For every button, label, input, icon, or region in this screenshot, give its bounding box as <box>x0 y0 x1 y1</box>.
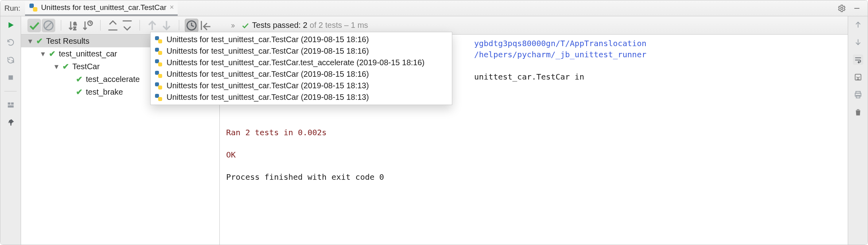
check-icon: ✔ <box>36 36 43 46</box>
python-icon <box>155 93 163 101</box>
history-label: Unittests for test_unittest_car.TestCar … <box>167 93 369 102</box>
right-gutter <box>848 16 868 245</box>
svg-rect-3 <box>8 76 13 80</box>
minimize-icon[interactable] <box>852 3 862 14</box>
pin-icon[interactable] <box>5 117 16 128</box>
check-icon: ✔ <box>76 87 83 97</box>
python-icon <box>29 3 38 12</box>
chevron-down-icon[interactable]: ▾ <box>27 36 33 46</box>
status-prefix: Tests passed: <box>252 21 300 29</box>
layout-icon[interactable] <box>5 99 16 111</box>
left-gutter <box>0 16 21 245</box>
status-time: 1 ms <box>351 21 368 29</box>
history-label: Unittests for test_unittest_car.TestCar … <box>167 47 369 56</box>
svg-line-8 <box>46 22 51 28</box>
status-of: of 2 tests <box>310 21 342 29</box>
expand-all-icon[interactable] <box>106 19 120 32</box>
toggle-auto-test-icon[interactable] <box>5 54 16 66</box>
svg-point-13 <box>88 21 92 25</box>
stop-icon[interactable] <box>5 72 16 83</box>
python-icon <box>155 70 163 78</box>
tree-label: test_brake <box>86 88 123 97</box>
history-label: Unittests for test_unittest_car.TestCar … <box>167 70 369 79</box>
console-line: OK <box>226 150 236 159</box>
import-results-icon[interactable] <box>199 19 213 32</box>
previous-failed-icon[interactable] <box>145 19 159 32</box>
history-item[interactable]: Unittests for test_unittest_car.TestCar … <box>151 91 452 103</box>
chevron-down-icon[interactable]: ▾ <box>40 49 46 58</box>
history-label: Unittests for test_unittest_car.TestCar … <box>167 35 369 44</box>
svg-text:z: z <box>74 25 76 31</box>
python-icon <box>155 59 163 67</box>
history-label: Unittests for test_unittest_car.TestCar … <box>167 81 369 90</box>
next-failed-icon[interactable] <box>160 19 173 32</box>
tree-label: test_accelerate <box>86 75 140 84</box>
tree-label: TestCar <box>72 62 100 71</box>
soft-wrap-icon[interactable] <box>853 54 863 65</box>
console-line: Process finished with exit code 0 <box>226 172 384 182</box>
gear-icon[interactable] <box>837 3 847 14</box>
svg-rect-5 <box>11 103 13 105</box>
previous-icon[interactable] <box>853 19 863 30</box>
check-icon: ✔ <box>76 74 83 84</box>
rerun-failed-icon[interactable] <box>5 37 16 48</box>
console-line: Ran 2 tests in 0.002s <box>226 128 327 137</box>
next-icon[interactable] <box>853 37 863 47</box>
run-icon[interactable] <box>5 19 16 31</box>
sort-by-duration-icon[interactable] <box>81 19 95 32</box>
history-item[interactable]: Unittests for test_unittest_car.TestCar … <box>151 34 452 45</box>
collapse-all-icon[interactable] <box>120 19 134 32</box>
svg-rect-6 <box>8 105 14 108</box>
svg-marker-2 <box>8 22 14 28</box>
show-passed-icon[interactable] <box>27 19 41 32</box>
run-label: Run: <box>4 4 21 13</box>
tool-window-header: Run: Unittests for test_unittest_car.Tes… <box>0 0 868 16</box>
sort-alphabetically-icon[interactable]: az <box>67 19 80 32</box>
trash-icon[interactable] <box>853 107 863 117</box>
svg-point-0 <box>841 7 843 10</box>
test-history-popup[interactable]: Unittests for test_unittest_car.TestCar … <box>150 32 452 105</box>
check-icon: ✔ <box>62 62 69 71</box>
close-icon[interactable]: × <box>170 3 174 12</box>
status-count: 2 <box>303 21 307 29</box>
scroll-to-end-icon[interactable] <box>853 72 863 82</box>
print-icon[interactable] <box>853 89 863 100</box>
history-item[interactable]: Unittests for test_unittest_car.TestCar … <box>151 68 452 80</box>
check-icon <box>241 21 250 30</box>
test-status: ›› Tests passed: 2 of 2 tests – 1 ms <box>217 21 368 30</box>
python-icon <box>155 82 163 90</box>
run-config-tab[interactable]: Unittests for test_unittest_car.TestCar … <box>25 0 178 16</box>
tab-title: Unittests for test_unittest_car.TestCar <box>41 3 167 12</box>
svg-rect-4 <box>8 103 10 105</box>
python-icon <box>155 47 163 55</box>
tree-label: Test Results <box>46 37 89 46</box>
more-icon[interactable]: ›› <box>231 21 238 30</box>
history-label: Unittests for test_unittest_car.TestCar.… <box>167 58 424 67</box>
check-icon: ✔ <box>49 49 56 58</box>
history-item[interactable]: Unittests for test_unittest_car.TestCar.… <box>151 57 452 68</box>
tree-label: test_unittest_car <box>59 49 117 58</box>
show-ignored-icon[interactable] <box>42 19 55 32</box>
chevron-down-icon[interactable]: ▾ <box>54 62 59 71</box>
test-history-icon[interactable] <box>185 19 198 32</box>
history-item[interactable]: Unittests for test_unittest_car.TestCar … <box>151 80 452 91</box>
history-item[interactable]: Unittests for test_unittest_car.TestCar … <box>151 45 452 57</box>
python-icon <box>155 36 163 44</box>
